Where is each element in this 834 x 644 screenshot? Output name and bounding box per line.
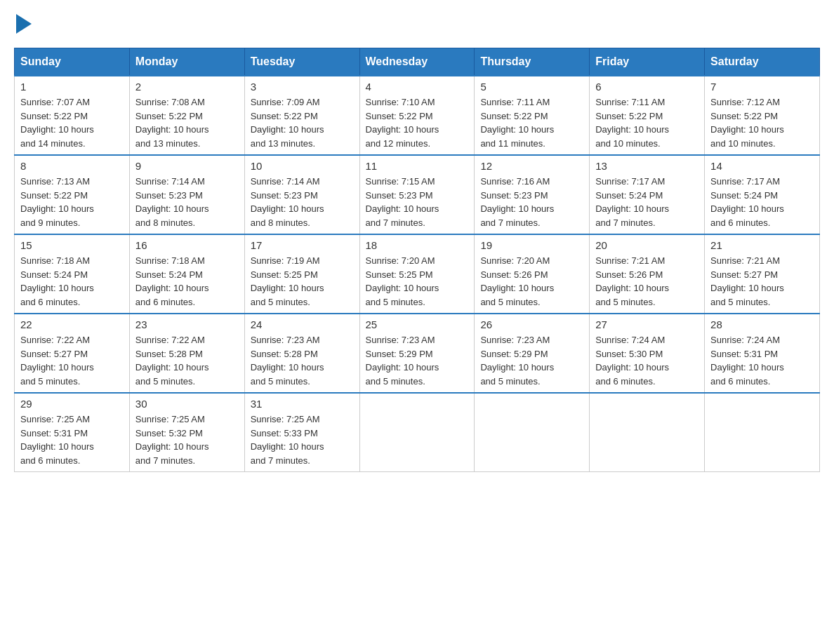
column-header-sunday: Sunday — [15, 48, 130, 76]
day-number: 28 — [710, 318, 814, 330]
calendar-cell — [705, 393, 820, 472]
calendar-cell: 27 Sunrise: 7:24 AMSunset: 5:30 PMDaylig… — [590, 314, 705, 393]
day-info: Sunrise: 7:24 AMSunset: 5:30 PMDaylight:… — [595, 335, 669, 387]
day-number: 30 — [135, 398, 239, 410]
calendar-cell: 8 Sunrise: 7:13 AMSunset: 5:22 PMDayligh… — [15, 155, 130, 234]
calendar-cell: 6 Sunrise: 7:11 AMSunset: 5:22 PMDayligh… — [590, 76, 705, 155]
calendar-cell: 3 Sunrise: 7:09 AMSunset: 5:22 PMDayligh… — [244, 76, 359, 155]
day-number: 10 — [251, 160, 354, 172]
calendar-week-row: 22 Sunrise: 7:22 AMSunset: 5:27 PMDaylig… — [15, 314, 820, 393]
day-info: Sunrise: 7:23 AMSunset: 5:29 PMDaylight:… — [480, 335, 554, 387]
day-info: Sunrise: 7:23 AMSunset: 5:29 PMDaylight:… — [366, 335, 439, 387]
day-number: 13 — [595, 160, 699, 172]
day-number: 12 — [480, 160, 583, 172]
calendar-cell: 24 Sunrise: 7:23 AMSunset: 5:28 PMDaylig… — [244, 314, 359, 393]
column-header-tuesday: Tuesday — [244, 48, 359, 76]
day-info: Sunrise: 7:10 AMSunset: 5:22 PMDaylight:… — [366, 97, 439, 149]
day-info: Sunrise: 7:08 AMSunset: 5:22 PMDaylight:… — [135, 97, 209, 149]
day-info: Sunrise: 7:17 AMSunset: 5:24 PMDaylight:… — [595, 176, 669, 228]
day-info: Sunrise: 7:25 AMSunset: 5:33 PMDaylight:… — [251, 414, 324, 466]
day-number: 18 — [366, 239, 469, 251]
day-number: 3 — [251, 81, 354, 93]
day-number: 1 — [20, 81, 124, 93]
calendar-cell: 21 Sunrise: 7:21 AMSunset: 5:27 PMDaylig… — [705, 234, 820, 314]
calendar-cell — [359, 393, 475, 472]
column-header-thursday: Thursday — [475, 48, 590, 76]
day-info: Sunrise: 7:13 AMSunset: 5:22 PMDaylight:… — [20, 176, 94, 228]
day-info: Sunrise: 7:20 AMSunset: 5:25 PMDaylight:… — [366, 255, 439, 307]
day-number: 7 — [710, 81, 814, 93]
calendar-cell: 31 Sunrise: 7:25 AMSunset: 5:33 PMDaylig… — [244, 393, 359, 472]
calendar-cell: 4 Sunrise: 7:10 AMSunset: 5:22 PMDayligh… — [359, 76, 475, 155]
day-info: Sunrise: 7:17 AMSunset: 5:24 PMDaylight:… — [710, 176, 784, 228]
calendar-cell: 20 Sunrise: 7:21 AMSunset: 5:26 PMDaylig… — [590, 234, 705, 314]
day-number: 27 — [595, 318, 699, 330]
day-number: 8 — [20, 160, 124, 172]
logo-arrow-icon — [16, 14, 32, 34]
day-number: 19 — [480, 239, 583, 251]
day-number: 23 — [135, 318, 239, 330]
day-info: Sunrise: 7:18 AMSunset: 5:24 PMDaylight:… — [135, 255, 209, 307]
day-info: Sunrise: 7:19 AMSunset: 5:25 PMDaylight:… — [251, 255, 324, 307]
day-number: 25 — [366, 318, 469, 330]
calendar-cell — [475, 393, 590, 472]
day-number: 11 — [366, 160, 469, 172]
calendar-cell: 9 Sunrise: 7:14 AMSunset: 5:23 PMDayligh… — [129, 155, 244, 234]
calendar-week-row: 15 Sunrise: 7:18 AMSunset: 5:24 PMDaylig… — [15, 234, 820, 314]
day-number: 4 — [366, 81, 469, 93]
page-header — [14, 14, 820, 34]
day-number: 22 — [20, 318, 124, 330]
day-number: 9 — [135, 160, 239, 172]
day-number: 21 — [710, 239, 814, 251]
calendar-week-row: 8 Sunrise: 7:13 AMSunset: 5:22 PMDayligh… — [15, 155, 820, 234]
calendar-cell: 26 Sunrise: 7:23 AMSunset: 5:29 PMDaylig… — [475, 314, 590, 393]
column-header-wednesday: Wednesday — [359, 48, 475, 76]
calendar-cell: 23 Sunrise: 7:22 AMSunset: 5:28 PMDaylig… — [129, 314, 244, 393]
calendar-cell: 17 Sunrise: 7:19 AMSunset: 5:25 PMDaylig… — [244, 234, 359, 314]
calendar-week-row: 29 Sunrise: 7:25 AMSunset: 5:31 PMDaylig… — [15, 393, 820, 472]
calendar-cell: 16 Sunrise: 7:18 AMSunset: 5:24 PMDaylig… — [129, 234, 244, 314]
calendar-cell: 11 Sunrise: 7:15 AMSunset: 5:23 PMDaylig… — [359, 155, 475, 234]
day-number: 20 — [595, 239, 699, 251]
day-info: Sunrise: 7:12 AMSunset: 5:22 PMDaylight:… — [710, 97, 784, 149]
column-header-monday: Monday — [129, 48, 244, 76]
day-info: Sunrise: 7:16 AMSunset: 5:23 PMDaylight:… — [480, 176, 554, 228]
logo — [14, 14, 32, 34]
day-info: Sunrise: 7:22 AMSunset: 5:27 PMDaylight:… — [20, 335, 94, 387]
day-info: Sunrise: 7:25 AMSunset: 5:31 PMDaylight:… — [20, 414, 94, 466]
day-info: Sunrise: 7:09 AMSunset: 5:22 PMDaylight:… — [251, 97, 324, 149]
calendar-cell: 18 Sunrise: 7:20 AMSunset: 5:25 PMDaylig… — [359, 234, 475, 314]
calendar-cell: 19 Sunrise: 7:20 AMSunset: 5:26 PMDaylig… — [475, 234, 590, 314]
column-header-saturday: Saturday — [705, 48, 820, 76]
day-info: Sunrise: 7:14 AMSunset: 5:23 PMDaylight:… — [135, 176, 209, 228]
calendar-cell: 28 Sunrise: 7:24 AMSunset: 5:31 PMDaylig… — [705, 314, 820, 393]
day-number: 6 — [595, 81, 699, 93]
day-info: Sunrise: 7:24 AMSunset: 5:31 PMDaylight:… — [710, 335, 784, 387]
day-number: 31 — [251, 398, 354, 410]
day-info: Sunrise: 7:11 AMSunset: 5:22 PMDaylight:… — [595, 97, 669, 149]
day-number: 2 — [135, 81, 239, 93]
day-info: Sunrise: 7:07 AMSunset: 5:22 PMDaylight:… — [20, 97, 94, 149]
day-number: 5 — [480, 81, 583, 93]
day-number: 24 — [251, 318, 354, 330]
svg-marker-0 — [16, 14, 32, 34]
day-info: Sunrise: 7:20 AMSunset: 5:26 PMDaylight:… — [480, 255, 554, 307]
day-number: 16 — [135, 239, 239, 251]
day-number: 17 — [251, 239, 354, 251]
calendar-week-row: 1 Sunrise: 7:07 AMSunset: 5:22 PMDayligh… — [15, 76, 820, 155]
calendar-cell: 14 Sunrise: 7:17 AMSunset: 5:24 PMDaylig… — [705, 155, 820, 234]
day-info: Sunrise: 7:21 AMSunset: 5:26 PMDaylight:… — [595, 255, 669, 307]
day-info: Sunrise: 7:22 AMSunset: 5:28 PMDaylight:… — [135, 335, 209, 387]
day-info: Sunrise: 7:15 AMSunset: 5:23 PMDaylight:… — [366, 176, 439, 228]
calendar-cell: 2 Sunrise: 7:08 AMSunset: 5:22 PMDayligh… — [129, 76, 244, 155]
day-number: 26 — [480, 318, 583, 330]
calendar-cell: 13 Sunrise: 7:17 AMSunset: 5:24 PMDaylig… — [590, 155, 705, 234]
calendar-cell: 12 Sunrise: 7:16 AMSunset: 5:23 PMDaylig… — [475, 155, 590, 234]
day-number: 15 — [20, 239, 124, 251]
calendar-cell: 5 Sunrise: 7:11 AMSunset: 5:22 PMDayligh… — [475, 76, 590, 155]
calendar-cell: 25 Sunrise: 7:23 AMSunset: 5:29 PMDaylig… — [359, 314, 475, 393]
day-info: Sunrise: 7:23 AMSunset: 5:28 PMDaylight:… — [251, 335, 324, 387]
day-info: Sunrise: 7:18 AMSunset: 5:24 PMDaylight:… — [20, 255, 94, 307]
calendar-cell: 7 Sunrise: 7:12 AMSunset: 5:22 PMDayligh… — [705, 76, 820, 155]
day-info: Sunrise: 7:21 AMSunset: 5:27 PMDaylight:… — [710, 255, 784, 307]
